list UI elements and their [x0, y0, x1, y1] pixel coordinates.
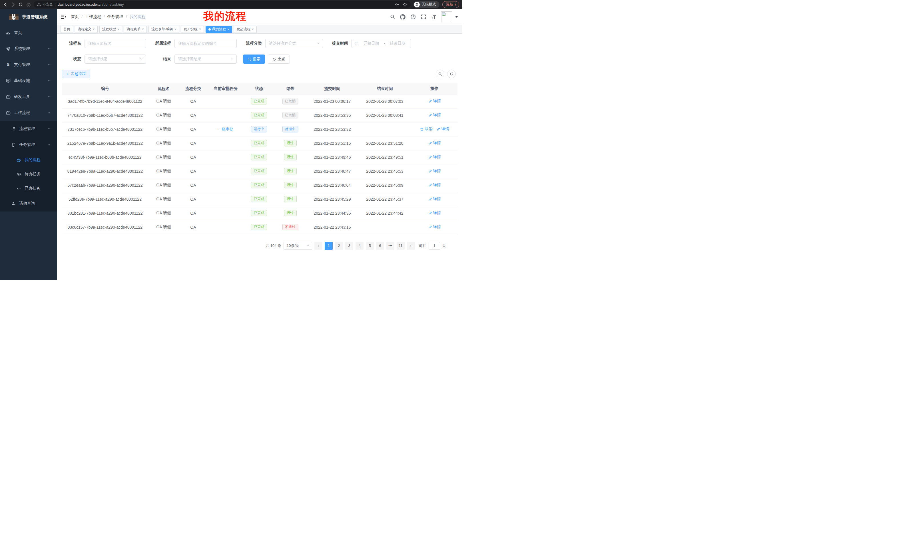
font-size-icon[interactable]: TT [431, 14, 436, 20]
process-name-input[interactable] [84, 39, 146, 48]
refresh-table-button[interactable] [447, 70, 456, 78]
tab-close-icon[interactable]: × [142, 27, 144, 31]
page-size-select[interactable]: 10条/页 [284, 242, 312, 250]
detail-link[interactable]: 详情 [428, 99, 441, 103]
app-logo-row[interactable]: 芋道管理系统 [0, 9, 57, 25]
current-task-link[interactable]: 一级审批 [218, 127, 233, 131]
tab-close-icon[interactable]: × [199, 27, 201, 31]
search-icon[interactable] [390, 14, 395, 20]
pagination-page-6[interactable]: 6 [376, 242, 384, 250]
tab-close-icon[interactable]: × [252, 27, 254, 31]
tab-2[interactable]: 流程模型× [99, 26, 122, 33]
submit-time-range-picker[interactable]: 开始日期 - 结束日期 [351, 39, 411, 48]
tab-close-icon[interactable]: × [117, 27, 119, 31]
tab-4[interactable]: 流程表单-编辑× [148, 26, 179, 33]
pagination-ellipsis[interactable]: ••• [386, 242, 394, 250]
help-icon[interactable] [410, 14, 416, 20]
tab-close-icon[interactable]: × [174, 27, 177, 31]
bookmark-star-icon[interactable] [403, 2, 407, 7]
tab-1[interactable]: 流程定义× [75, 26, 98, 33]
prev-page-button[interactable]: ‹ [314, 242, 322, 250]
sidebar-item-infra[interactable]: 基础设施 [0, 73, 57, 89]
detail-link[interactable]: 详情 [428, 141, 441, 145]
status-tag: 已完成 [251, 224, 267, 231]
cancel-link[interactable]: 取消 [420, 126, 433, 132]
tab-5[interactable]: 用户分组× [181, 26, 204, 33]
sidebar-item-workflow[interactable]: 工作流程 [0, 105, 57, 121]
browser-forward-icon[interactable] [10, 2, 15, 7]
detail-link[interactable]: 详情 [428, 154, 441, 160]
pagination-page-2[interactable]: 2 [335, 242, 343, 250]
detail-link[interactable]: 详情 [428, 168, 441, 174]
browser-back-icon[interactable] [3, 2, 8, 7]
sidebar-item-process-mgmt[interactable]: 流程管理 [0, 121, 57, 137]
sidebar-item-system[interactable]: 系统管理 [0, 41, 57, 57]
chevron-down-icon [307, 244, 309, 248]
sidebar-item-done-tasks[interactable]: 已办任务 [0, 181, 57, 196]
tab-close-icon[interactable]: × [93, 27, 95, 31]
status-tag: 已完成 [251, 168, 267, 174]
avatar-caret-icon[interactable] [455, 16, 458, 18]
breadcrumb-workflow[interactable]: 工作流程 [85, 14, 101, 19]
breadcrumb-task-mgmt[interactable]: 任务管理 [107, 14, 123, 19]
detail-link[interactable]: 详情 [428, 196, 441, 202]
detail-link[interactable]: 详情 [436, 126, 449, 132]
sidebar-item-payment[interactable]: ¥ 支付管理 [0, 57, 57, 73]
browser-reload-icon[interactable] [18, 2, 23, 7]
cell-status: 已完成 [244, 136, 274, 150]
tab-close-icon[interactable]: × [227, 27, 229, 31]
sidebar-item-task-mgmt[interactable]: 任务管理 [0, 137, 57, 153]
result-tag: 处理中 [282, 126, 298, 132]
pagination-page-3[interactable]: 3 [345, 242, 353, 250]
cell-category: OA [179, 150, 208, 164]
detail-link[interactable]: 详情 [428, 225, 441, 229]
browser-menu-icon[interactable] [455, 3, 456, 6]
col-end-time: 结束时间 [358, 83, 411, 94]
tab-7[interactable]: 发起流程× [234, 26, 257, 33]
breadcrumb-home[interactable]: 首页 [71, 14, 79, 19]
detail-link[interactable]: 详情 [428, 183, 441, 187]
goto-page-input[interactable] [429, 242, 440, 250]
detail-link[interactable]: 详情 [428, 112, 441, 118]
category-select[interactable]: 请选择流程分类 [265, 39, 323, 48]
process-definition-input[interactable] [174, 39, 237, 48]
active-tab-dot [208, 28, 211, 30]
result-select[interactable]: 请选择流结果 [174, 54, 237, 64]
fullscreen-icon[interactable] [421, 14, 426, 20]
start-date-placeholder[interactable]: 开始日期 [361, 41, 381, 46]
sidebar-item-todo-tasks[interactable]: 待办任务 [0, 167, 57, 181]
status-select[interactable]: 请选择状态 [84, 54, 146, 64]
sidebar-item-home[interactable]: 首页 [0, 25, 57, 41]
show-search-button[interactable] [436, 70, 444, 78]
reset-button[interactable]: 重置 [268, 54, 290, 64]
tab-0[interactable]: 首页 [60, 26, 73, 33]
github-icon[interactable] [400, 14, 405, 20]
pagination-page-4[interactable]: 4 [356, 242, 363, 250]
cell-actions: 详情 [411, 108, 458, 122]
browser-home-icon[interactable] [26, 2, 31, 7]
sidebar-item-leave-query[interactable]: 请假查询 [0, 196, 57, 211]
search-button[interactable]: 搜索 [243, 54, 265, 64]
create-process-button[interactable]: 发起流程 [62, 70, 90, 78]
chevron-down-icon [48, 46, 51, 51]
next-page-button[interactable]: › [407, 242, 415, 250]
pagination-page-11[interactable]: 11 [397, 242, 405, 250]
cell-category: OA [179, 206, 208, 220]
tab-label: 用户分组 [184, 27, 198, 32]
pagination-page-1[interactable]: 1 [325, 242, 333, 250]
cell-task [208, 164, 244, 178]
sidebar-item-my-process[interactable]: 我的流程 [0, 153, 57, 167]
avatar[interactable] [441, 11, 452, 22]
tab-3[interactable]: 流程表单× [124, 26, 147, 33]
divider [55, 3, 56, 7]
end-date-placeholder[interactable]: 结束日期 [387, 41, 408, 46]
tab-6[interactable]: 我的流程× [206, 26, 232, 33]
pagination-page-5[interactable]: 5 [366, 242, 374, 250]
sidebar-collapse-icon[interactable] [60, 14, 66, 20]
browser-update-button[interactable]: 更新 [442, 1, 459, 8]
address-bar[interactable]: 不安全 dashboard.yudao.iocoder.cn/bpm/task/… [34, 1, 411, 8]
key-icon[interactable] [395, 2, 399, 7]
security-warning[interactable]: 不安全 [37, 2, 53, 7]
detail-link[interactable]: 详情 [428, 210, 441, 216]
sidebar-item-devtools[interactable]: 研发工具 [0, 89, 57, 105]
